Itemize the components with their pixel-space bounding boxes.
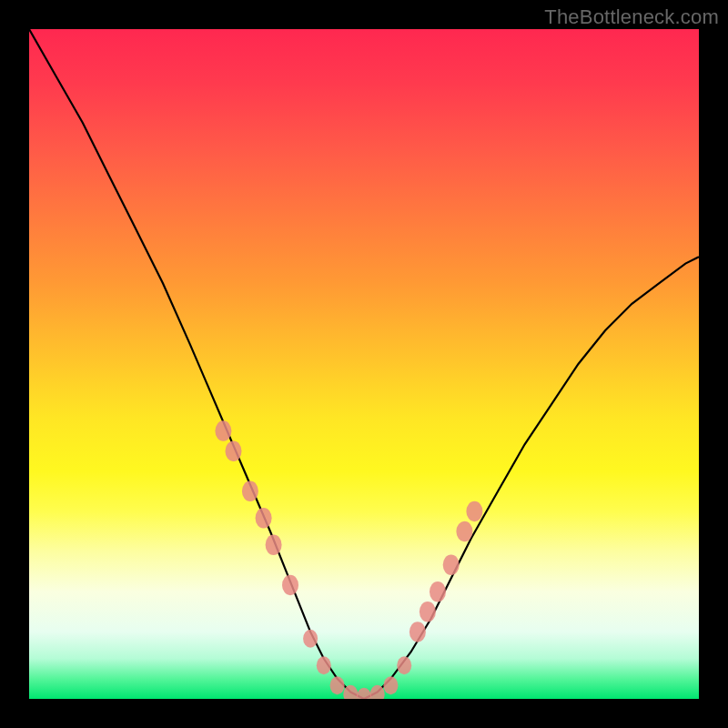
chart-marker (226, 440, 242, 461)
chart-marker (330, 676, 345, 694)
watermark-text: TheBottleneck.com (544, 5, 719, 29)
chart-frame: TheBottleneck.com (0, 0, 728, 728)
chart-marker (256, 508, 272, 529)
chart-markers (215, 420, 482, 699)
chart-marker (242, 481, 258, 502)
chart-marker (397, 656, 411, 674)
chart-marker (466, 501, 482, 522)
chart-marker (456, 521, 472, 542)
chart-marker (282, 575, 298, 596)
chart-marker (383, 676, 398, 694)
chart-marker (443, 555, 460, 576)
bottleneck-curve (29, 29, 699, 699)
chart-marker (317, 656, 331, 674)
chart-marker (420, 602, 436, 622)
chart-marker (303, 630, 318, 648)
chart-marker (215, 420, 231, 441)
chart-marker (357, 688, 371, 699)
chart-svg (29, 29, 699, 699)
chart-marker (266, 534, 282, 555)
chart-marker (430, 581, 446, 602)
plot-area (29, 29, 699, 699)
chart-marker (410, 622, 426, 642)
